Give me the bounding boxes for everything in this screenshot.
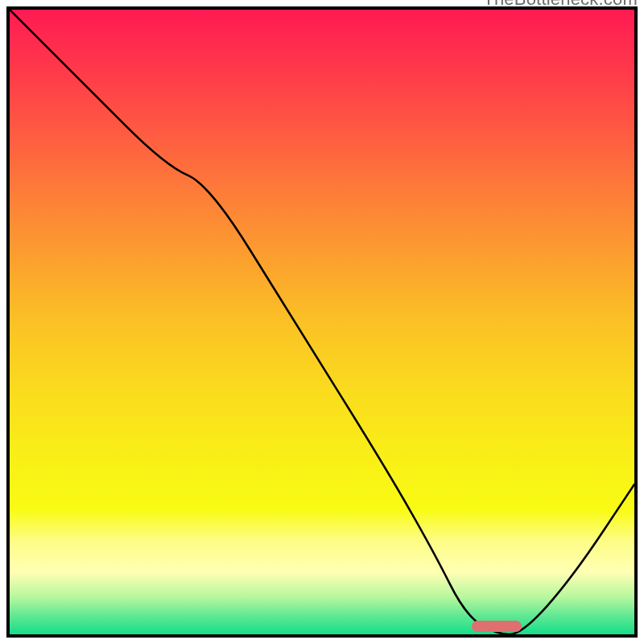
plot-area xyxy=(10,10,634,634)
optimal-range-marker xyxy=(472,621,522,632)
bottleneck-curve xyxy=(10,10,634,634)
watermark-text: TheBottleneck.com xyxy=(483,0,638,10)
curve-path xyxy=(10,10,634,634)
chart-frame: TheBottleneck.com xyxy=(6,6,638,638)
